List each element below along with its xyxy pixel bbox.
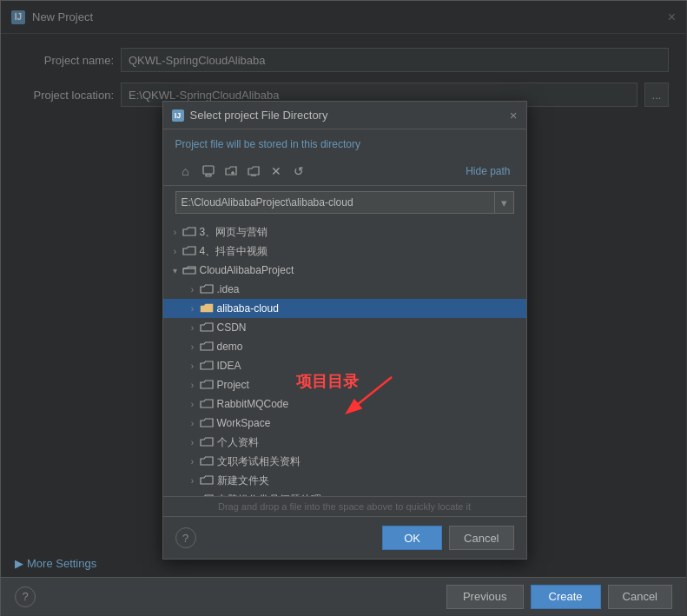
tree-toggle[interactable]: ›	[186, 280, 200, 299]
tree-item-label: .idea	[217, 283, 240, 295]
tree-item[interactable]: ›Project	[163, 375, 526, 394]
path-dropdown-button[interactable]: ▾	[494, 192, 513, 213]
dialog-actions: ? OK Cancel	[163, 517, 526, 559]
tree-item[interactable]: ›.idea	[163, 280, 526, 299]
folder-icon	[200, 416, 214, 430]
desktop-button[interactable]	[198, 161, 219, 182]
dialog-title-bar: IJ Select project File Directory ×	[163, 102, 526, 129]
bottom-help-button[interactable]: ?	[15, 586, 36, 607]
tree-item[interactable]: ›IDEA	[163, 356, 526, 375]
tree-item[interactable]: ›新建文件夹	[163, 471, 526, 490]
tree-item-label: WorkSpace	[217, 417, 271, 429]
more-settings: ▶ More Settings	[15, 557, 96, 570]
tree-toggle[interactable]: ›	[168, 242, 182, 261]
action-buttons: OK Cancel	[382, 526, 513, 550]
hide-path-button[interactable]: Hide path	[462, 165, 513, 177]
tree-toggle[interactable]: ›	[186, 394, 200, 414]
file-toolbar: ⌂	[163, 157, 526, 186]
tree-item-label: Project	[217, 379, 249, 391]
dialog-title: Select project File Directory	[190, 109, 328, 122]
folder-icon	[200, 282, 214, 296]
tree-item[interactable]: ›CSDN	[163, 318, 526, 337]
dialog-help-button[interactable]: ?	[175, 527, 196, 548]
more-settings-arrow: ▶	[15, 557, 23, 570]
folder-icon	[182, 225, 196, 239]
tree-toggle[interactable]: ›	[186, 375, 200, 394]
file-directory-dialog: IJ Select project File Directory × Proje…	[162, 101, 527, 560]
tree-item-label: CloudAlibabaProject	[200, 264, 294, 276]
cancel-main-button[interactable]: Cancel	[608, 585, 672, 609]
tree-toggle[interactable]: ›	[186, 337, 200, 356]
tree-toggle[interactable]: ›	[186, 318, 200, 337]
tree-item[interactable]: ›demo	[163, 337, 526, 356]
tree-item-label: demo	[217, 341, 243, 353]
folder-icon	[200, 321, 214, 334]
show-path-button[interactable]	[243, 161, 264, 182]
folder-icon	[200, 378, 214, 392]
tree-item[interactable]: ›文职考试相关资料	[163, 452, 526, 471]
folder-icon	[200, 474, 214, 487]
tree-item[interactable]: ›3、网页与营销	[163, 222, 526, 242]
folder-icon	[200, 359, 214, 373]
new-folder-button[interactable]	[221, 161, 241, 182]
tree-toggle[interactable]: ›	[186, 490, 200, 497]
tree-item-label: CSDN	[217, 321, 247, 334]
folder-icon	[200, 340, 214, 354]
dialog-intellij-icon: IJ	[172, 109, 184, 122]
create-button[interactable]: Create	[531, 585, 601, 609]
refresh-button[interactable]: ↺	[288, 161, 309, 182]
tree-item[interactable]: ›RabbitMQCode	[163, 394, 526, 414]
drag-hint: Drag and drop a file into the space abov…	[163, 497, 526, 517]
tree-item-label: RabbitMQCode	[217, 398, 289, 410]
tree-item[interactable]: ›4、抖音中视频	[163, 242, 526, 261]
tree-toggle[interactable]: ›	[186, 433, 200, 452]
dialog-overlay: IJ Select project File Directory × Proje…	[1, 1, 687, 616]
tree-toggle[interactable]: ›	[186, 471, 200, 490]
tree-toggle[interactable]: ›	[186, 452, 200, 471]
home-button[interactable]: ⌂	[175, 161, 196, 182]
folder-icon	[182, 263, 196, 277]
tree-toggle[interactable]: ›	[186, 356, 200, 375]
folder-icon	[182, 244, 196, 258]
tree-item-label: IDEA	[217, 360, 241, 372]
dialog-subtitle: Project file will be stored in this dire…	[163, 129, 526, 157]
tree-toggle[interactable]: ›	[186, 299, 200, 318]
dialog-close-button[interactable]: ×	[510, 108, 518, 123]
tree-item[interactable]: ▾CloudAlibabaProject	[163, 261, 526, 280]
svg-rect-0	[203, 166, 214, 174]
bottom-action-buttons: Previous Create Cancel	[446, 585, 672, 609]
tree-item-label: 新建文件夹	[217, 474, 269, 488]
folder-icon	[200, 301, 214, 315]
tree-toggle[interactable]: ›	[168, 222, 182, 242]
tree-toggle[interactable]: ▾	[168, 261, 182, 280]
ok-button[interactable]: OK	[382, 526, 442, 550]
folder-icon	[200, 435, 214, 449]
tree-item[interactable]: ›WorkSpace	[163, 414, 526, 433]
svg-rect-1	[206, 175, 211, 176]
tree-item-label: 4、抖音中视频	[200, 244, 268, 259]
file-tree: ›3、网页与营销›4、抖音中视频▾CloudAlibabaProject›.id…	[163, 219, 526, 497]
tree-item-label: 文职考试相关资料	[217, 454, 301, 469]
tree-item[interactable]: ›个人资料	[163, 433, 526, 452]
tree-item-label: 个人资料	[217, 435, 259, 450]
folder-icon	[200, 454, 214, 468]
tree-item-label: 3、网页与营销	[200, 225, 268, 240]
tree-item[interactable]: ›alibaba-cloud	[163, 299, 526, 318]
path-bar: ▾	[175, 191, 514, 214]
more-settings-button[interactable]: ▶ More Settings	[15, 557, 96, 570]
bottom-bar: ? Previous Create Cancel	[1, 577, 686, 615]
path-input[interactable]	[176, 196, 494, 209]
folder-icon	[200, 397, 214, 411]
dialog-title-left: IJ Select project File Directory	[172, 109, 328, 122]
delete-button[interactable]: ✕	[266, 161, 287, 182]
dialog-cancel-button[interactable]: Cancel	[449, 526, 513, 550]
tree-item[interactable]: ›电脑操作常见问题处理	[163, 490, 526, 497]
tree-item-label: alibaba-cloud	[217, 302, 279, 315]
previous-button[interactable]: Previous	[446, 585, 524, 609]
tree-toggle[interactable]: ›	[186, 414, 200, 433]
main-window: IJ New Project × Project name: Project l…	[0, 0, 687, 616]
more-settings-label: More Settings	[27, 557, 96, 570]
